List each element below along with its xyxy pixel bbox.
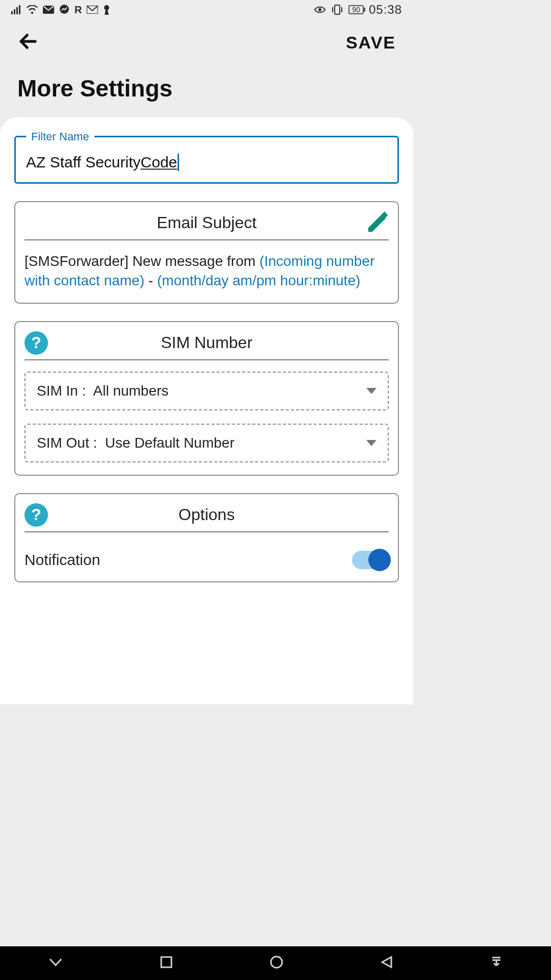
chevron-down-icon — [366, 388, 377, 394]
edit-icon[interactable] — [365, 211, 389, 237]
roaming-icon: R — [74, 4, 82, 16]
filter-name-value-prefix: AZ Staff Security — [26, 154, 141, 171]
eye-icon — [314, 6, 326, 14]
keyhole-icon — [103, 5, 110, 15]
clock: 05:38 — [369, 3, 402, 17]
filter-name-input[interactable]: AZ Staff Security Code — [26, 154, 387, 171]
email-subject-prefix: [SMSForwarder] New message from — [24, 253, 260, 269]
mail-icon — [43, 6, 54, 14]
svg-rect-3 — [19, 5, 20, 14]
messenger-icon — [59, 5, 69, 15]
email-subject-card: Email Subject [SMSForwarder] New message… — [14, 201, 399, 304]
battery-icon: 90 — [348, 5, 364, 14]
text-caret — [178, 154, 179, 171]
email-subject-token-2: (month/day am/pm hour:minute) — [157, 273, 360, 288]
sim-out-select[interactable]: SIM Out : Use Default Number — [24, 424, 389, 462]
help-icon[interactable]: ? — [24, 503, 48, 527]
svg-point-9 — [318, 8, 321, 11]
save-button[interactable]: SAVE — [346, 33, 396, 53]
page-title: More Settings — [0, 65, 413, 117]
svg-point-4 — [31, 12, 33, 14]
sim-in-label: SIM In : — [37, 383, 86, 399]
sim-out-value: Use Default Number — [105, 435, 235, 451]
email-subject-title: Email Subject — [157, 213, 257, 232]
help-icon[interactable]: ? — [24, 331, 48, 355]
notification-row: Notification — [24, 544, 389, 569]
options-card: ? Options Notification — [14, 493, 399, 582]
svg-rect-10 — [335, 5, 340, 14]
back-button[interactable] — [17, 31, 39, 54]
notification-label: Notification — [24, 551, 100, 569]
sim-in-select[interactable]: SIM In : All numbers — [24, 372, 389, 410]
svg-point-8 — [104, 5, 109, 10]
filter-name-value-underlined: Code — [141, 154, 178, 171]
options-title: Options — [179, 505, 235, 524]
chevron-down-icon — [366, 440, 377, 446]
sim-number-title: SIM Number — [161, 333, 253, 352]
status-bar: R 90 05:38 — [0, 0, 413, 19]
filter-name-field[interactable]: Filter Name AZ Staff Security Code — [14, 136, 399, 184]
svg-rect-2 — [16, 7, 18, 14]
settings-surface: Filter Name AZ Staff Security Code Email… — [0, 117, 413, 704]
app-bar: SAVE — [0, 19, 413, 65]
svg-rect-0 — [11, 11, 13, 14]
vibrate-icon — [331, 5, 343, 15]
email-subject-template: [SMSForwarder] New message from (Incomin… — [24, 252, 389, 290]
filter-name-label: Filter Name — [26, 130, 94, 143]
signal-icon — [11, 5, 21, 14]
sim-number-card: ? SIM Number SIM In : All numbers SIM Ou… — [14, 321, 399, 476]
sim-in-value: All numbers — [93, 383, 168, 399]
sim-out-label: SIM Out : — [37, 435, 97, 451]
wifi-icon — [27, 5, 38, 14]
gmail-icon — [87, 6, 98, 14]
svg-rect-1 — [14, 9, 15, 14]
email-subject-sep: - — [144, 273, 157, 288]
notification-toggle[interactable] — [352, 551, 389, 569]
